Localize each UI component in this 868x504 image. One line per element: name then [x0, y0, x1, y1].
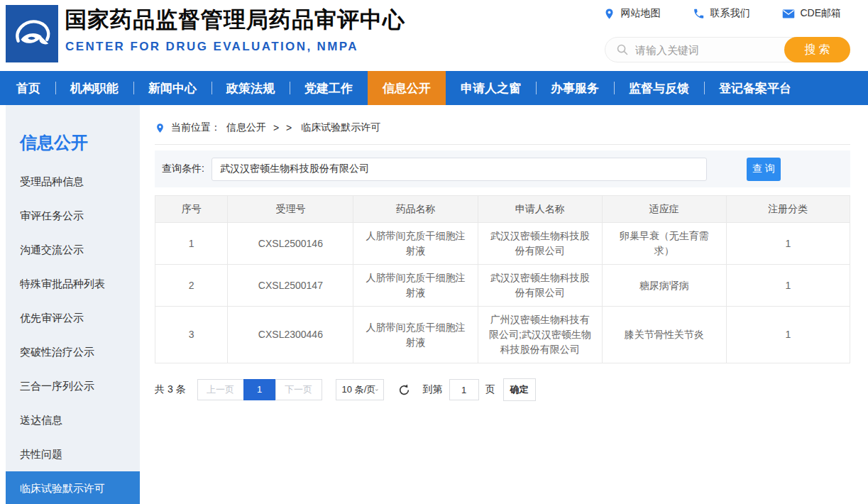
mail-icon [782, 9, 795, 19]
site-title: 国家药品监督管理局药品审评中心 [65, 5, 405, 35]
cde-logo-swirl-icon [11, 13, 53, 55]
page-size-value: 10 条/页 [342, 383, 376, 396]
cell-applicant: 广州汉密顿生物科技有限公司;武汉汉密顿生物科技股份有限公司 [478, 307, 602, 363]
cell-drug-name: 人脐带间充质干细胞注射液 [353, 307, 478, 363]
breadcrumb-current: 临床试验默示许可 [301, 121, 380, 134]
query-section: 查询条件: 查 询 [155, 150, 850, 187]
main-nav: 首页 机构职能 新闻中心 政策法规 党建工作 信息公开 申请人之窗 办事服务 监… [0, 71, 868, 105]
main-panel: 当前位置： 信息公开 > > 临床试验默示许可 查询条件: 查 询 序号 受理号… [140, 105, 868, 504]
goto-confirm-button[interactable]: 确定 [503, 378, 536, 401]
prev-page-button[interactable]: 上一页 [197, 379, 244, 400]
pager-buttons: 上一页 1 下一页 [197, 379, 322, 400]
phone-icon [693, 8, 705, 20]
table-row: 1 CXSL2500146 人脐带间充质干细胞注射液 武汉汉密顿生物科技股份有限… [155, 223, 850, 265]
cell-index: 3 [155, 307, 228, 363]
cell-index: 2 [155, 265, 228, 307]
cell-acceptance-no: CXSL2500146 [228, 223, 353, 265]
cde-logo[interactable] [6, 5, 58, 62]
site-subtitle: CENTER FOR DRUG EVALUATION, NMPA [65, 40, 358, 54]
sidebar-item-delivery-info[interactable]: 送达信息 [6, 403, 140, 437]
page-number-button[interactable]: 1 [243, 379, 276, 400]
page-content: 信息公开 受理品种信息 审评任务公示 沟通交流公示 特殊审批品种列表 优先审评公… [0, 105, 868, 504]
cell-applicant: 武汉汉密顿生物科技股份有限公司 [478, 223, 602, 265]
refresh-icon[interactable] [397, 383, 411, 397]
sidebar-item-three-in-one[interactable]: 三合一序列公示 [6, 369, 140, 403]
site-search-button[interactable]: 搜索 [784, 37, 850, 62]
mailbox-link[interactable]: CDE邮箱 [782, 7, 841, 20]
sidebar-item-common-issues[interactable]: 共性问题 [6, 437, 140, 471]
results-table: 序号 受理号 药品名称 申请人名称 适应症 注册分类 1 CXSL2500146… [155, 195, 850, 363]
breadcrumb-separator: > > [273, 122, 294, 133]
sidebar-item-clinical-trial-implied-license[interactable]: 临床试验默示许可 [6, 471, 140, 504]
col-header-drug-name: 药品名称 [353, 196, 478, 223]
sidebar-item-priority-review[interactable]: 优先审评公示 [6, 301, 140, 335]
sidebar-item-accepted-varieties[interactable]: 受理品种信息 [6, 165, 140, 199]
col-header-indication: 适应症 [602, 196, 726, 223]
query-condition-label: 查询条件: [162, 163, 204, 175]
table-row: 2 CXSL2500147 人脐带间充质干细胞注射液 武汉汉密顿生物科技股份有限… [155, 265, 850, 307]
cell-indication: 膝关节骨性关节炎 [602, 307, 726, 363]
table-header-row: 序号 受理号 药品名称 申请人名称 适应症 注册分类 [155, 196, 850, 223]
nav-item-news[interactable]: 新闻中心 [133, 71, 211, 105]
page-size-select[interactable]: 10 条/页 [336, 379, 384, 400]
breadcrumb-divider [155, 144, 850, 145]
col-header-registration-class: 注册分类 [726, 196, 850, 223]
cell-acceptance-no: CXSL2300446 [228, 307, 353, 363]
cell-registration-class: 1 [726, 223, 850, 265]
cell-index: 1 [155, 223, 228, 265]
chevron-down-icon [375, 388, 378, 393]
col-header-index: 序号 [155, 196, 228, 223]
location-pin-icon [155, 123, 165, 133]
contact-link[interactable]: 联系我们 [693, 7, 749, 20]
nav-item-services[interactable]: 办事服务 [536, 71, 614, 105]
cell-drug-name: 人脐带间充质干细胞注射液 [353, 223, 478, 265]
nav-item-info-disclosure[interactable]: 信息公开 [368, 71, 446, 105]
next-page-button[interactable]: 下一页 [275, 379, 322, 400]
col-header-acceptance-no: 受理号 [228, 196, 353, 223]
breadcrumb: 当前位置： 信息公开 > > 临床试验默示许可 [155, 105, 850, 134]
col-header-applicant: 申请人名称 [478, 196, 602, 223]
sidebar: 信息公开 受理品种信息 审评任务公示 沟通交流公示 特殊审批品种列表 优先审评公… [0, 105, 140, 504]
cell-applicant: 武汉汉密顿生物科技股份有限公司 [478, 265, 602, 307]
breadcrumb-section-link[interactable]: 信息公开 [226, 121, 266, 134]
pagination: 共 3 条 上一页 1 下一页 10 条/页 到第 页 确定 [155, 378, 850, 401]
header-quick-links: 网站地图 联系我们 CDE邮箱 [603, 7, 841, 20]
sitemap-label: 网站地图 [620, 7, 660, 20]
goto-page-label: 到第 [423, 383, 443, 396]
site-header: 国家药品监督管理局药品审评中心 CENTER FOR DRUG EVALUATI… [0, 0, 868, 71]
sidebar-item-special-approval[interactable]: 特殊审批品种列表 [6, 267, 140, 301]
table-row: 3 CXSL2300446 人脐带间充质干细胞注射液 广州汉密顿生物科技有限公司… [155, 307, 850, 363]
sidebar-item-breakthrough-therapy[interactable]: 突破性治疗公示 [6, 335, 140, 369]
total-count-label: 共 3 条 [155, 383, 186, 396]
query-condition-input[interactable] [211, 158, 707, 181]
nav-item-party[interactable]: 党建工作 [290, 71, 368, 105]
nav-item-home[interactable]: 首页 [1, 71, 55, 105]
goto-page-input[interactable] [449, 379, 479, 400]
nav-item-functions[interactable]: 机构职能 [55, 71, 133, 105]
sidebar-item-review-tasks[interactable]: 审评任务公示 [6, 199, 140, 233]
search-icon [616, 43, 629, 56]
cell-registration-class: 1 [726, 265, 850, 307]
sitemap-link[interactable]: 网站地图 [603, 7, 660, 20]
nav-item-policy[interactable]: 政策法规 [211, 71, 290, 105]
nav-item-applicant-window[interactable]: 申请人之窗 [446, 71, 536, 105]
nav-item-registration-platform[interactable]: 登记备案平台 [704, 71, 806, 105]
breadcrumb-label: 当前位置： [171, 121, 221, 134]
cell-indication: 卵巢早衰（无生育需求） [602, 223, 726, 265]
sidebar-title: 信息公开 [6, 105, 140, 165]
cell-registration-class: 1 [726, 307, 850, 363]
site-search-bar: 搜索 [605, 37, 850, 62]
cell-acceptance-no: CXSL2500147 [228, 265, 353, 307]
map-pin-icon [603, 8, 615, 20]
mailbox-label: CDE邮箱 [800, 7, 841, 20]
contact-label: 联系我们 [710, 7, 749, 20]
cell-drug-name: 人脐带间充质干细胞注射液 [353, 265, 478, 307]
query-submit-button[interactable]: 查 询 [747, 158, 781, 181]
nav-item-supervision[interactable]: 监督与反馈 [614, 71, 704, 105]
cell-indication: 糖尿病肾病 [602, 265, 726, 307]
sidebar-item-communication[interactable]: 沟通交流公示 [6, 233, 140, 267]
site-search-input[interactable] [629, 44, 784, 56]
page-word-label: 页 [485, 383, 495, 396]
